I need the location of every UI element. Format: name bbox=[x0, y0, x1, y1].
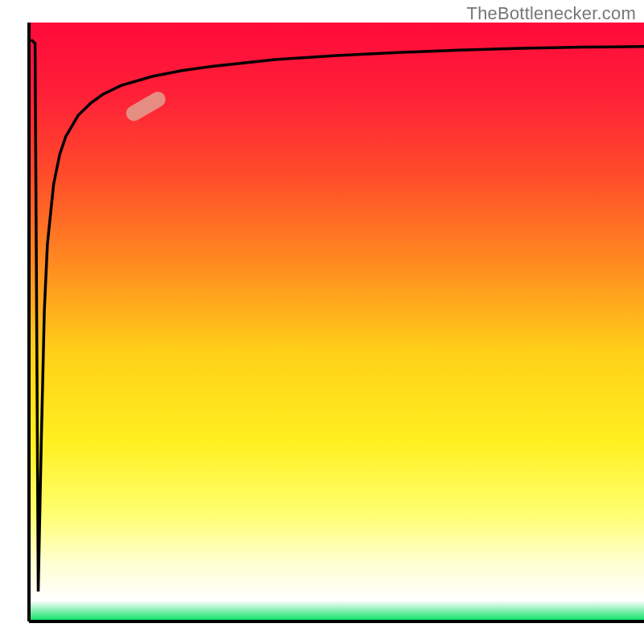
chart-container: TheBottlenecker.com bbox=[0, 0, 644, 644]
attribution-label: TheBottlenecker.com bbox=[467, 3, 636, 24]
chart-background bbox=[29, 23, 644, 621]
bottleneck-chart bbox=[0, 0, 644, 644]
